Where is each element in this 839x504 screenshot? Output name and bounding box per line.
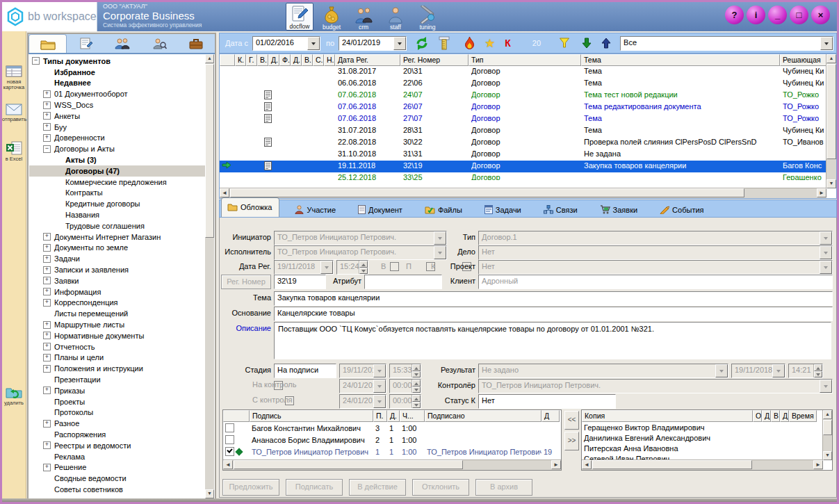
tree-item[interactable]: +Заявки: [29, 275, 205, 286]
tree-item[interactable]: +WSS_Docs: [29, 99, 205, 111]
module-crm[interactable]: crm: [350, 3, 377, 31]
info-button[interactable]: i: [747, 6, 765, 24]
document-row[interactable]: 31.08.201720\31ДоговорТемаЧубинец Ки: [220, 66, 826, 78]
tab-связи[interactable]: Связи: [538, 203, 585, 217]
column-header[interactable]: Ф.: [279, 54, 291, 66]
tree-item[interactable]: Контракты: [29, 188, 205, 199]
tree-item[interactable]: +Документы по земле: [29, 243, 205, 254]
tree-item[interactable]: Советы советников: [29, 484, 205, 495]
tree-item[interactable]: Договоры (47): [29, 165, 205, 177]
document-row[interactable]: 07.06.201824\07ДоговорТема тест новой ре…: [220, 90, 826, 101]
stage-date-picker[interactable]: 19/11/2018: [339, 364, 386, 378]
document-row[interactable]: 22.08.201830\22ДоговорПроверка полей сли…: [220, 137, 826, 149]
tree-item[interactable]: Кредитные договоры: [29, 198, 205, 209]
signature-row[interactable]: Багов Константин Михайлович311:00: [223, 422, 561, 434]
tab-участие[interactable]: Участие: [289, 203, 343, 217]
expand-icon[interactable]: +: [43, 464, 51, 471]
scrollbar-thumb[interactable]: [234, 460, 463, 469]
expand-icon[interactable]: +: [43, 343, 51, 350]
tree-item[interactable]: +Приказы: [29, 385, 205, 396]
tree-item[interactable]: +Нормативные документы: [29, 330, 205, 341]
tree-item[interactable]: Протоколы: [29, 407, 205, 418]
column-header[interactable]: Тема: [581, 54, 780, 66]
tree-item[interactable]: +Разное: [29, 418, 205, 429]
column-header[interactable]: Время: [789, 410, 817, 422]
reg-date-picker[interactable]: 19/11/2018: [274, 260, 334, 275]
document-row[interactable]: 31.10.201831\31ДоговорНе задана: [220, 149, 826, 161]
chevron-down-icon[interactable]: [373, 380, 386, 393]
column-header[interactable]: Д.: [291, 54, 302, 66]
sort-down-icon[interactable]: [582, 38, 592, 49]
scroll-left-icon[interactable]: ◄: [223, 460, 233, 469]
expand-icon[interactable]: +: [43, 112, 51, 120]
move-left-button[interactable]: <<: [564, 411, 579, 430]
description-label[interactable]: Описание: [220, 322, 271, 332]
send-button[interactable]: отправить: [2, 104, 26, 122]
collapse-icon[interactable]: −: [32, 57, 40, 65]
project-select[interactable]: Нет: [478, 260, 833, 275]
column-header[interactable]: Дата Рег.: [335, 54, 400, 66]
refresh-icon[interactable]: [415, 37, 429, 50]
result-time-spinner[interactable]: 14:21: [788, 364, 823, 378]
column-header[interactable]: К.: [235, 54, 246, 66]
scroll-down-icon[interactable]: ▼: [205, 489, 214, 498]
reg-time-spinner[interactable]: 15:24: [336, 260, 368, 275]
tree-scrollbar-thumb[interactable]: [205, 64, 214, 238]
type-select[interactable]: Договор.1: [478, 231, 833, 245]
copy-row[interactable]: Данилинка Евгений Александрович: [582, 432, 832, 443]
tree-item[interactable]: Трудовые соглашения: [29, 220, 205, 231]
help-button[interactable]: ?: [725, 6, 744, 24]
spin-up-icon[interactable]: [359, 261, 368, 268]
module-staff[interactable]: staff: [382, 3, 409, 31]
status-k-field[interactable]: Нет: [478, 394, 616, 409]
column-header[interactable]: Решающая: [780, 54, 828, 66]
move-right-button[interactable]: >>: [564, 432, 579, 450]
copy-row[interactable]: Питерская Анна Ивановна: [582, 443, 832, 453]
new-card-button[interactable]: новая карточка: [2, 65, 26, 90]
stage-field[interactable]: На подписи: [274, 364, 336, 378]
expand-icon[interactable]: +: [43, 101, 51, 109]
expand-icon[interactable]: +: [43, 277, 51, 284]
sidebar-tab-journal[interactable]: [67, 34, 104, 53]
tab-события[interactable]: События: [654, 203, 710, 217]
scroll-up-icon[interactable]: ▲: [823, 410, 832, 419]
tab-заявки[interactable]: Заявки: [594, 203, 645, 217]
tree-item[interactable]: −Типы документов: [29, 56, 205, 67]
column-header[interactable]: Д: [780, 410, 789, 422]
k-filter-icon[interactable]: К: [505, 38, 511, 49]
chevron-down-icon[interactable]: [373, 364, 386, 377]
stage-time-spinner[interactable]: 15:33: [389, 364, 421, 378]
expand-icon[interactable]: +: [43, 420, 51, 428]
date-from-picker[interactable]: 01/02/2016: [252, 36, 320, 51]
tab-cover[interactable]: Обложка: [221, 197, 279, 217]
signature-checkbox[interactable]: [225, 423, 234, 432]
chevron-down-icon[interactable]: [772, 364, 785, 377]
column-header[interactable]: Д: [541, 410, 560, 422]
expand-icon[interactable]: +: [43, 299, 51, 307]
client-field[interactable]: Адронный: [478, 275, 833, 289]
scroll-right-icon[interactable]: ►: [813, 460, 823, 469]
module-docflow[interactable]: docflow: [286, 3, 313, 31]
expand-icon[interactable]: +: [43, 244, 51, 252]
tree-item[interactable]: Акты (3): [29, 154, 205, 165]
column-header[interactable]: Д.: [387, 410, 400, 422]
column-header[interactable]: Копия: [582, 410, 753, 422]
action-button-4[interactable]: Отклонить: [412, 479, 469, 496]
column-header[interactable]: Ч...: [400, 410, 425, 422]
column-header[interactable]: С.: [313, 54, 324, 66]
on-control-date-picker[interactable]: 24/01/2019: [339, 379, 386, 393]
ruler-icon[interactable]: [439, 36, 450, 50]
expand-icon[interactable]: +: [43, 441, 51, 449]
copies-vertical-scrollbar[interactable]: ▲ ▼: [822, 410, 832, 460]
tree-item[interactable]: +Доверенности: [29, 133, 205, 144]
expand-icon[interactable]: +: [43, 354, 51, 361]
expand-icon[interactable]: +: [43, 387, 51, 394]
v-checkbox[interactable]: [390, 262, 399, 271]
tab-задачи[interactable]: Задачи: [479, 203, 528, 217]
document-row[interactable]: 06.06.201822\06ДоговорТемаЧубинец Ки: [220, 78, 826, 90]
document-row[interactable]: 25.12.201833\25ДоговорГеращенко: [220, 172, 826, 180]
module-tuning[interactable]: tuning: [414, 3, 441, 31]
column-header[interactable]: В.: [257, 54, 268, 66]
column-header[interactable]: Подписано: [425, 410, 541, 422]
sort-up-icon[interactable]: [601, 38, 611, 49]
